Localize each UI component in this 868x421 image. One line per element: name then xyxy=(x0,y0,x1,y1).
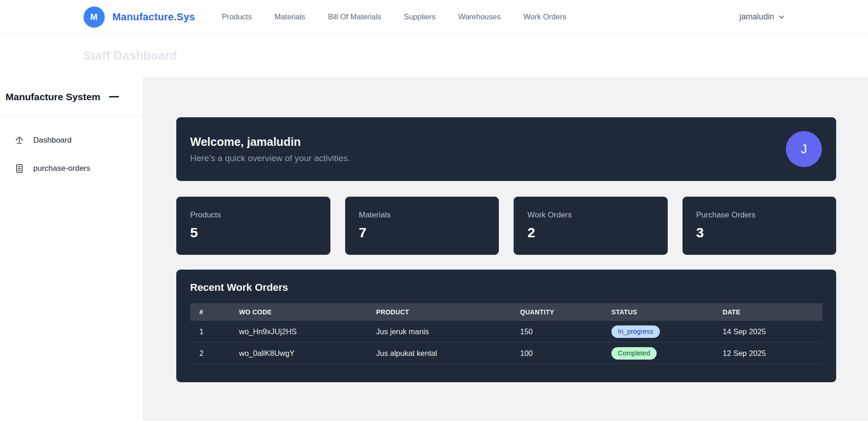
nav-link-work-orders[interactable]: Work Orders xyxy=(523,12,566,21)
table-row: 2 wo_0allK8UwgY Jus alpukat kental 100 C… xyxy=(190,343,822,364)
dashboard-icon xyxy=(14,135,24,145)
sidebar-item-label: purchase-orders xyxy=(33,164,90,173)
cell-status: Completed xyxy=(611,347,723,360)
sidebar-nav: Dashboard purchase-orders xyxy=(0,117,143,185)
stat-card-products: Products 5 xyxy=(176,197,330,255)
cell-quantity: 100 xyxy=(520,349,611,358)
welcome-text: Welcome, jamaludin Here's a quick overvi… xyxy=(190,135,350,163)
stat-label: Work Orders xyxy=(527,210,668,220)
sidebar-item-dashboard[interactable]: Dashboard xyxy=(0,129,143,152)
top-navbar: M Manufacture.Sys Products Materials Bil… xyxy=(0,0,868,34)
welcome-card: Welcome, jamaludin Here's a quick overvi… xyxy=(176,117,836,181)
document-icon xyxy=(14,163,24,174)
table-row: 1 wo_Hn9xJUj2HS Jus jeruk manis 150 In_p… xyxy=(190,321,822,343)
page: M Manufacture.Sys Products Materials Bil… xyxy=(0,0,868,421)
primary-nav: Products Materials Bill Of Materials Sup… xyxy=(222,12,567,21)
sidebar: Manufacture System Dashboard xyxy=(0,77,144,421)
cell-index: 2 xyxy=(190,349,239,358)
cell-status: In_progress xyxy=(611,325,723,338)
page-title: Staff Dashboard xyxy=(83,48,177,63)
chevron-down-icon xyxy=(778,13,785,20)
page-header: Staff Dashboard xyxy=(0,34,868,77)
main-content: Welcome, jamaludin Here's a quick overvi… xyxy=(144,77,868,421)
column-header-status: STATUS xyxy=(611,308,723,316)
work-orders-table: # WO CODE PRODUCT QUANTITY STATUS DATE 1… xyxy=(190,303,822,364)
welcome-title: Welcome, jamaludin xyxy=(190,135,350,149)
nav-link-suppliers[interactable]: Suppliers xyxy=(404,12,436,21)
nav-link-materials[interactable]: Materials xyxy=(275,12,305,21)
recent-work-orders-card: Recent Work Orders # WO CODE PRODUCT QUA… xyxy=(176,270,836,382)
table-header-row: # WO CODE PRODUCT QUANTITY STATUS DATE xyxy=(190,303,822,321)
welcome-subtitle: Here's a quick overview of your activiti… xyxy=(190,153,350,163)
nav-link-bill-of-materials[interactable]: Bill Of Materials xyxy=(328,12,382,21)
stat-card-work-orders: Work Orders 2 xyxy=(514,197,668,255)
stats-row: Products 5 Materials 7 Work Orders 2 Pur… xyxy=(176,197,836,255)
cell-wo-code: wo_0allK8UwgY xyxy=(239,349,376,358)
sidebar-collapse-button[interactable] xyxy=(106,93,122,100)
brand-logo-icon: M xyxy=(84,6,105,28)
cell-date: 14 Sep 2025 xyxy=(723,327,822,336)
stat-card-purchase-orders: Purchase Orders 3 xyxy=(682,197,837,255)
sidebar-item-purchase-orders[interactable]: purchase-orders xyxy=(0,157,143,180)
cell-wo-code: wo_Hn9xJUj2HS xyxy=(239,327,376,336)
stat-value: 2 xyxy=(527,225,668,241)
column-header-index: # xyxy=(190,308,239,316)
cell-product: Jus alpukat kental xyxy=(376,349,520,358)
avatar: J xyxy=(786,131,822,167)
minus-icon xyxy=(109,96,119,97)
column-header-wo-code: WO CODE xyxy=(239,308,376,316)
stat-label: Products xyxy=(190,210,330,220)
stat-value: 5 xyxy=(190,225,330,241)
status-badge: In_progress xyxy=(611,325,660,338)
table-title: Recent Work Orders xyxy=(190,282,822,294)
nav-link-warehouses[interactable]: Warehouses xyxy=(458,12,501,21)
sidebar-header: Manufacture System xyxy=(0,77,143,117)
brand[interactable]: M Manufacture.Sys xyxy=(84,6,195,28)
user-menu[interactable]: jamaludin xyxy=(740,12,785,22)
cell-index: 1 xyxy=(190,327,239,336)
user-name: jamaludin xyxy=(740,12,774,22)
cell-quantity: 150 xyxy=(520,327,611,336)
status-badge: Completed xyxy=(611,347,657,360)
stat-label: Purchase Orders xyxy=(696,210,837,220)
nav-link-products[interactable]: Products xyxy=(222,12,252,21)
cell-product: Jus jeruk manis xyxy=(376,327,520,336)
stat-value: 7 xyxy=(359,225,499,241)
column-header-product: PRODUCT xyxy=(376,308,520,316)
sidebar-title: Manufacture System xyxy=(6,91,100,102)
column-header-quantity: QUANTITY xyxy=(520,308,611,316)
column-header-date: DATE xyxy=(723,308,822,316)
cell-date: 12 Sep 2025 xyxy=(723,349,822,358)
stat-value: 3 xyxy=(696,225,837,241)
stat-label: Materials xyxy=(359,210,499,220)
brand-name: Manufacture.Sys xyxy=(113,11,195,23)
sidebar-item-label: Dashboard xyxy=(33,136,72,145)
stat-card-materials: Materials 7 xyxy=(345,197,499,255)
